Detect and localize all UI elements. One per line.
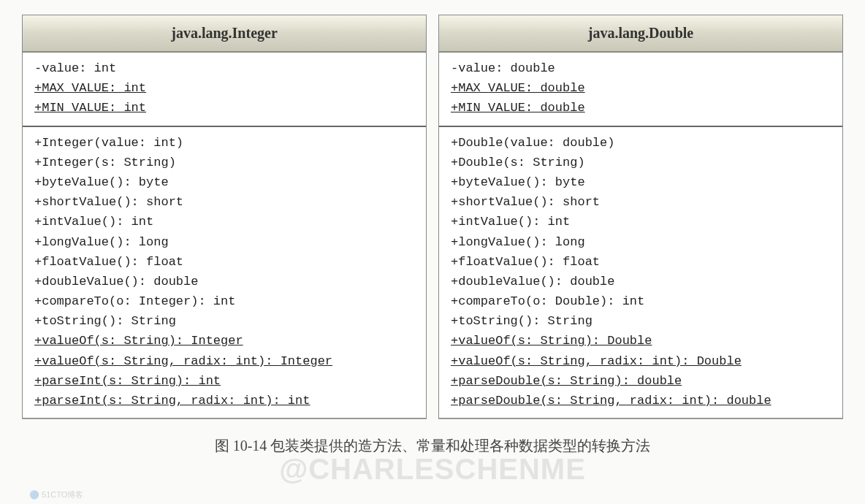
- double-method-line: +parseDouble(s: String): double: [451, 371, 831, 391]
- integer-method-line: +byteValue(): byte: [34, 172, 414, 192]
- integer-method-line: +Integer(value: int): [34, 133, 414, 153]
- double-method-line: +toString(): String: [451, 311, 831, 331]
- double-method-line: +Double(s: String): [451, 153, 831, 172]
- double-methods-section: +Double(value: double)+Double(s: String)…: [439, 127, 842, 419]
- integer-method-line: +valueOf(s: String): Integer: [34, 331, 414, 351]
- double-method-line: +shortValue(): short: [451, 192, 831, 212]
- double-method-line: +intValue(): int: [451, 212, 831, 232]
- integer-method-line: +shortValue(): short: [34, 192, 414, 212]
- integer-method-line: +longValue(): long: [34, 232, 414, 252]
- double-field-line: -value: double: [451, 58, 831, 78]
- integer-methods-section: +Integer(value: int)+Integer(s: String)+…: [23, 127, 426, 419]
- integer-field-line: +MAX_VALUE: int: [34, 78, 414, 98]
- double-uml-table: java.lang.Double -value: double+MAX_VALU…: [438, 15, 843, 419]
- integer-field-line: +MIN_VALUE: int: [34, 98, 414, 118]
- integer-method-line: +Integer(s: String): [34, 153, 414, 172]
- double-method-line: +Double(value: double): [451, 133, 831, 153]
- double-fields-section: -value: double+MAX_VALUE: double+MIN_VAL…: [439, 53, 842, 127]
- integer-method-line: +doubleValue(): double: [34, 272, 414, 291]
- uml-tables-container: java.lang.Integer -value: int+MAX_VALUE:…: [22, 15, 843, 419]
- double-method-line: +valueOf(s: String, radix: int): Double: [451, 351, 831, 371]
- double-table-header: java.lang.Double: [439, 15, 842, 53]
- integer-method-line: +parseInt(s: String, radix: int): int: [34, 391, 414, 411]
- integer-method-line: +intValue(): int: [34, 212, 414, 232]
- double-field-line: +MIN_VALUE: double: [451, 98, 831, 118]
- integer-method-line: +floatValue(): float: [34, 252, 414, 272]
- integer-uml-table: java.lang.Integer -value: int+MAX_VALUE:…: [22, 15, 427, 419]
- integer-field-line: -value: int: [34, 58, 414, 78]
- double-method-line: +parseDouble(s: String, radix: int): dou…: [451, 391, 831, 411]
- double-method-line: +floatValue(): float: [451, 252, 831, 272]
- double-method-line: +compareTo(o: Double): int: [451, 291, 831, 311]
- integer-table-header: java.lang.Integer: [23, 15, 426, 53]
- integer-method-line: +compareTo(o: Integer): int: [34, 291, 414, 311]
- double-method-line: +valueOf(s: String): Double: [451, 331, 831, 351]
- integer-method-line: +valueOf(s: String, radix: int): Integer: [34, 351, 414, 371]
- figure-caption: 图 10-14 包装类提供的造方法、常量和处理各种数据类型的转换方法: [22, 436, 843, 456]
- double-field-line: +MAX_VALUE: double: [451, 78, 831, 98]
- double-method-line: +doubleValue(): double: [451, 272, 831, 291]
- integer-method-line: +parseInt(s: String): int: [34, 371, 414, 391]
- double-method-line: +longValue(): long: [451, 232, 831, 252]
- double-method-line: +byteValue(): byte: [451, 172, 831, 192]
- integer-method-line: +toString(): String: [34, 311, 414, 331]
- integer-fields-section: -value: int+MAX_VALUE: int+MIN_VALUE: in…: [23, 53, 426, 127]
